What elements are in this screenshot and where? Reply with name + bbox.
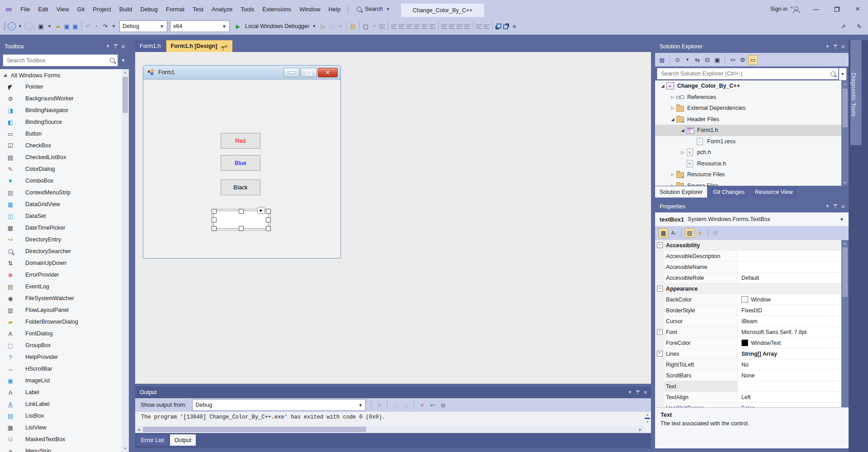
tree-item-references[interactable]: ▷References: [655, 92, 841, 103]
property-category-accessibility[interactable]: −Accessibility: [655, 240, 841, 251]
property-value[interactable]: [738, 262, 841, 272]
expand-arrow-icon[interactable]: ▷: [679, 150, 686, 155]
property-row-text[interactable]: Text: [655, 381, 841, 392]
toolbox-item-flowlayoutpanel[interactable]: ▥FlowLayoutPanel: [0, 304, 122, 316]
tab-form1-h[interactable]: Form1.h: [135, 40, 165, 52]
restore-button[interactable]: [826, 0, 847, 18]
output-source-dropdown[interactable]: Debug ▼: [192, 399, 366, 411]
preview-window-icon[interactable]: ▢: [361, 22, 370, 31]
menu-item-view[interactable]: View: [52, 0, 73, 18]
toolbox-item-helpprovider[interactable]: ?HelpProvider: [0, 351, 122, 363]
menu-item-debug[interactable]: Debug: [137, 0, 162, 18]
props-menu-chevron-down-icon[interactable]: ▼: [824, 202, 831, 211]
toolbox-item-label[interactable]: ALabel: [0, 386, 122, 398]
view-code-icon[interactable]: <>: [728, 56, 737, 64]
form-close-button[interactable]: ✕: [318, 68, 338, 77]
se-close-icon[interactable]: ×: [839, 42, 847, 51]
property-value[interactable]: No: [738, 359, 841, 370]
menu-item-extensions[interactable]: Extensions: [259, 0, 296, 18]
toolbox-item-listbox[interactable]: ▤ListBox: [0, 410, 122, 422]
tree-item-form1-h[interactable]: ◢Form1.h: [655, 125, 841, 136]
property-row-accessiblerole[interactable]: AccessibleRoleDefault: [655, 273, 841, 283]
resize-handle-s[interactable]: [239, 226, 244, 231]
scroll-thumb[interactable]: [842, 89, 848, 127]
toolbox-item-fontdialog[interactable]: AFontDialog: [0, 328, 122, 339]
toolbox-group-all-windows-forms[interactable]: ◢All Windows Forms: [0, 69, 122, 81]
resize-handle-n[interactable]: [239, 209, 244, 214]
properties-scrollbar[interactable]: ▲ ▼: [841, 240, 849, 415]
toolbox-pin-icon[interactable]: [112, 42, 119, 51]
minimize-button[interactable]: —: [806, 0, 826, 18]
panel-tab-output[interactable]: Output: [170, 434, 196, 446]
form1-design-window[interactable]: Form1 ✕ RedBlueBlack: [143, 65, 341, 259]
tree-item-pch-h[interactable]: ▷hpch.h: [655, 147, 841, 158]
alphabetical-icon[interactable]: A↓: [670, 229, 678, 237]
toolbox-item-maskedtextbox[interactable]: (.)MaskedTextBox: [0, 433, 122, 445]
menu-item-edit[interactable]: Edit: [34, 0, 52, 18]
property-row-lines[interactable]: +LinesString[] Array: [655, 348, 841, 359]
menu-item-tools[interactable]: Tools: [236, 0, 258, 18]
expand-icon[interactable]: +: [655, 327, 664, 337]
expand-arrow-icon[interactable]: ▷: [670, 106, 676, 110]
toolbox-item-folderbrowserdialog[interactable]: ▰FolderBrowserDialog: [0, 316, 122, 328]
solution-search-input[interactable]: [657, 68, 839, 80]
scroll-left-icon[interactable]: ◀: [135, 426, 142, 433]
toolbox-search-field[interactable]: [6, 57, 110, 64]
properties-view-icon[interactable]: ▤: [685, 228, 694, 238]
output-menu-chevron-down-icon[interactable]: ▼: [626, 388, 634, 397]
output-horizontal-scrollbar[interactable]: ◀ ▶: [135, 426, 644, 433]
toolbox-item-backgroundworker[interactable]: ⚙BackgroundWorker: [0, 93, 122, 104]
toolbox-item-imagelist[interactable]: ▣ImageList: [0, 375, 122, 386]
expand-arrow-icon[interactable]: ◢: [679, 128, 686, 132]
output-pin-icon[interactable]: [634, 388, 642, 397]
toolbox-item-bindingsource[interactable]: ◧BindingSource: [0, 116, 122, 128]
toolbox-item-colordialog[interactable]: ✎ColorDialog: [0, 163, 122, 175]
tree-item-header-files[interactable]: ◢Header Files: [655, 114, 841, 125]
scroll-thumb[interactable]: [123, 77, 128, 113]
expand-arrow-icon[interactable]: ▷: [670, 184, 676, 186]
toolbox-item-checkedlistbox[interactable]: ▤CheckedListBox: [0, 151, 122, 163]
designer-canvas[interactable]: Form1 ✕ RedBlueBlack: [135, 52, 651, 384]
tree-item-form1-resx[interactable]: Form1.resx: [655, 136, 841, 147]
property-row-backcolor[interactable]: BackColorWindow: [655, 294, 841, 305]
run-without-debug-icon[interactable]: ▷: [319, 22, 327, 31]
platform-dropdown[interactable]: x64 ▼: [170, 20, 230, 32]
pending-changes-filter-icon[interactable]: ⊙: [673, 56, 682, 64]
timestamp-icon[interactable]: ⊙: [439, 401, 447, 410]
close-button[interactable]: ×: [847, 0, 868, 18]
tree-item-resource-files[interactable]: ▷Resource Files: [655, 169, 841, 180]
splitter-handle[interactable]: [645, 418, 650, 419]
toolbox-item-linklabel[interactable]: ALinkLabel: [0, 398, 122, 410]
property-value[interactable]: Default: [738, 273, 841, 283]
output-vertical-scrollbar[interactable]: ▲ ▼: [644, 412, 651, 434]
property-category-appearance[interactable]: −Appearance: [655, 283, 841, 294]
form-button-blue[interactable]: Blue: [221, 155, 260, 171]
property-row-borderstyle[interactable]: BorderStyleFixed3D: [655, 305, 841, 316]
toolbox-item-directoryentry[interactable]: ↪DirectoryEntry: [0, 234, 122, 245]
word-wrap-icon[interactable]: ↩: [428, 401, 437, 410]
diagnostic-tools-tab[interactable]: Diagnostic Tools: [850, 40, 862, 145]
toolbox-item-button[interactable]: ▭Button: [0, 128, 122, 140]
toolbox-item-directorysearcher[interactable]: DirectorySearcher: [0, 245, 122, 257]
toolbox-search-input[interactable]: [3, 54, 118, 66]
property-row-accessibledescription[interactable]: AccessibleDescription: [655, 251, 841, 262]
toolbox-item-contextmenustrip[interactable]: ▤ContextMenuStrip: [0, 187, 122, 198]
solution-search-field[interactable]: [660, 70, 830, 77]
property-row-forecolor[interactable]: ForeColorWindowText: [655, 338, 841, 348]
save-all-icon[interactable]: ▣: [71, 22, 80, 31]
tree-item-external-dependencies[interactable]: ▷External Dependencies: [655, 103, 841, 114]
toolbox-close-icon[interactable]: ×: [119, 42, 127, 51]
resize-handle-w[interactable]: [212, 217, 217, 222]
solution-tree-scrollbar[interactable]: ▲ ▼: [841, 80, 849, 186]
redo-chevron-down-icon[interactable]: ▼: [109, 22, 118, 31]
se-pin-icon[interactable]: [831, 42, 839, 51]
textbox1-control[interactable]: ▶: [213, 211, 269, 229]
menu-item-git[interactable]: Git: [73, 0, 89, 18]
vs-logo-icon[interactable]: ∞: [5, 4, 12, 14]
add-account-icon[interactable]: +: [792, 6, 799, 13]
scroll-thumb[interactable]: [143, 427, 366, 432]
sign-in-button[interactable]: Sign in: [767, 6, 791, 12]
scroll-thumb[interactable]: [842, 247, 848, 297]
form-button-black[interactable]: Black: [221, 179, 260, 195]
toolbox-item-hscrollbar[interactable]: ↔HScrollBar: [0, 363, 122, 375]
